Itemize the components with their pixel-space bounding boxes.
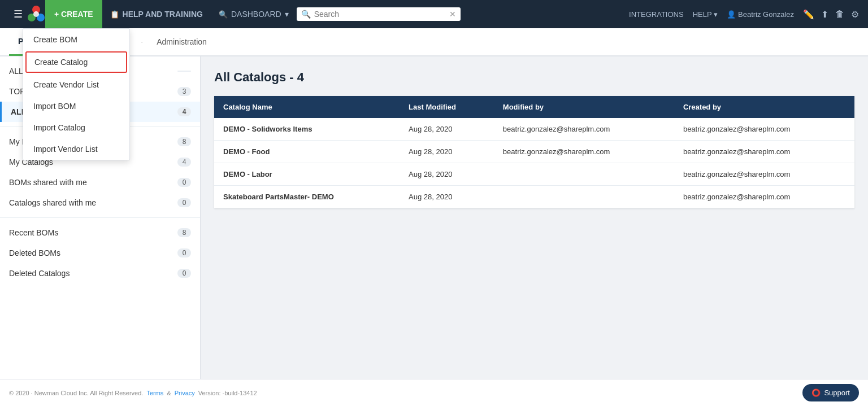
cell-last-modified: Aug 28, 2020	[400, 141, 494, 163]
support-button[interactable]: ⭕ Support	[802, 384, 859, 401]
sidebar-item-recent-boms[interactable]: Recent BOMs 8	[0, 222, 200, 243]
top-icons: ✏️ ⬆ 🗑 ⚙	[803, 9, 859, 20]
create-bom-item[interactable]: Create BOM	[23, 29, 129, 50]
col-catalog-name: Catalog Name	[214, 96, 400, 118]
user-icon: 👤	[727, 10, 736, 19]
sidebar-item-my-catalogs-count: 4	[177, 158, 191, 167]
cell-last-modified: Aug 28, 2020	[400, 118, 494, 141]
sub-nav: Parts a... · on · ng · Administration	[0, 28, 868, 56]
subnav-sep-3: ·	[138, 37, 145, 46]
col-last-modified: Last Modified	[400, 96, 494, 118]
footer: © 2020 · Newman Cloud Inc. All Right Res…	[0, 379, 868, 406]
sidebar-item-deleted-boms[interactable]: Deleted BOMs 0	[0, 243, 200, 263]
footer-version: Version: -build-13412	[198, 390, 257, 396]
help-training-label: HELP AND TRAINING	[123, 10, 203, 19]
table-body: DEMO - Solidworks Items Aug 28, 2020 bea…	[214, 118, 854, 208]
main-layout: ALL TOP 3 ALL CATALOGS 4 My BOMs 8 My Ca…	[0, 56, 868, 406]
share-icon-btn[interactable]: ⬆	[821, 9, 828, 20]
page-title: All Catalogs - 4	[214, 70, 854, 85]
sidebar-item-recent-boms-count: 8	[177, 228, 191, 237]
integrations-link[interactable]: INTEGRATIONS	[629, 10, 684, 19]
cell-created-by: beatriz.gonzalez@shareplm.com	[674, 118, 854, 141]
sidebar-item-boms-shared-label: BOMs shared with me	[9, 178, 177, 187]
sidebar-item-deleted-catalogs[interactable]: Deleted Catalogs 0	[0, 263, 200, 283]
sidebar-item-top-count: 3	[177, 87, 191, 96]
create-label: + CREATE	[54, 10, 93, 19]
sidebar-item-all-count	[177, 71, 191, 72]
top-bar-left: ☰ + CREATE 📋 HELP AND TRAINING 🔍 DASHBOA…	[9, 0, 461, 28]
cell-created-by: beatriz.gonzalez@shareplm.com	[674, 186, 854, 208]
import-catalog-item[interactable]: Import Catalog	[23, 117, 129, 138]
cell-catalog-name: Skateboard PartsMaster- DEMO	[214, 186, 400, 208]
user-info: 👤 Beatriz Gonzalez	[727, 10, 794, 19]
import-vendor-list-item[interactable]: Import Vendor List	[23, 138, 129, 160]
cell-created-by: beatriz.gonzalez@shareplm.com	[674, 163, 854, 186]
cell-modified-by	[494, 186, 674, 208]
search-container: 🔍 ✕	[297, 7, 461, 21]
catalog-table: Catalog Name Last Modified Modified by C…	[214, 96, 854, 208]
footer-copyright: © 2020 · Newman Cloud Inc. All Right Res…	[9, 390, 143, 396]
table-header: Catalog Name Last Modified Modified by C…	[214, 96, 854, 118]
table-row[interactable]: DEMO - Food Aug 28, 2020 beatriz.gonzale…	[214, 141, 854, 163]
top-bar-right: INTEGRATIONS HELP ▾ 👤 Beatriz Gonzalez ✏…	[629, 9, 859, 20]
cell-modified-by: beatriz.gonzalez@shareplm.com	[494, 141, 674, 163]
delete-icon-btn[interactable]: 🗑	[835, 9, 844, 19]
create-vendor-list-item[interactable]: Create Vendor List	[23, 74, 129, 95]
sidebar-item-recent-boms-label: Recent BOMs	[9, 228, 177, 237]
cell-catalog-name: DEMO - Labor	[214, 163, 400, 186]
cell-modified-by	[494, 163, 674, 186]
sidebar-item-my-boms-count: 8	[177, 137, 191, 146]
search-input[interactable]	[314, 10, 446, 19]
help-training-button[interactable]: 📋 HELP AND TRAINING	[102, 0, 211, 28]
top-bar: ☰ + CREATE 📋 HELP AND TRAINING 🔍 DASHBOA…	[0, 0, 868, 28]
sidebar-item-all-catalogs-count: 4	[177, 107, 191, 116]
sidebar-item-deleted-boms-label: Deleted BOMs	[9, 248, 177, 257]
cell-catalog-name: DEMO - Solidworks Items	[214, 118, 400, 141]
footer-ampersand: &	[167, 390, 171, 396]
table-row[interactable]: DEMO - Labor Aug 28, 2020 beatriz.gonzal…	[214, 163, 854, 186]
support-label: Support	[824, 388, 850, 397]
subnav-administration[interactable]: Administration	[147, 28, 216, 56]
sidebar-item-deleted-catalogs-count: 0	[177, 269, 191, 278]
sidebar-item-deleted-boms-count: 0	[177, 248, 191, 257]
sidebar-item-catalogs-shared-count: 0	[177, 198, 191, 207]
hamburger-button[interactable]: ☰	[9, 3, 27, 25]
search-clear-button[interactable]: ✕	[449, 10, 456, 19]
cell-modified-by: beatriz.gonzalez@shareplm.com	[494, 118, 674, 141]
col-created-by: Created by	[674, 96, 854, 118]
settings-icon-btn[interactable]: ⚙	[851, 9, 859, 20]
support-icon: ⭕	[811, 388, 821, 397]
footer-left: © 2020 · Newman Cloud Inc. All Right Res…	[9, 390, 257, 396]
dashboard-button[interactable]: 🔍 DASHBOARD ▾	[211, 0, 297, 28]
col-modified-by: Modified by	[494, 96, 674, 118]
app-logo	[27, 5, 45, 23]
create-catalog-item[interactable]: Create Catalog	[25, 51, 127, 73]
main-content: All Catalogs - 4 Catalog Name Last Modif…	[201, 56, 868, 406]
help-right-link[interactable]: HELP ▾	[693, 10, 718, 19]
user-name: Beatriz Gonzalez	[738, 10, 794, 19]
sidebar-item-catalogs-shared-label: Catalogs shared with me	[9, 198, 177, 207]
footer-terms-link[interactable]: Terms	[146, 390, 163, 396]
dashboard-chevron: ▾	[285, 10, 289, 19]
footer-privacy-link[interactable]: Privacy	[175, 390, 195, 396]
sidebar-item-boms-shared[interactable]: BOMs shared with me 0	[0, 172, 200, 193]
sidebar-item-boms-shared-count: 0	[177, 178, 191, 187]
create-button[interactable]: + CREATE	[45, 0, 102, 28]
sidebar-divider-2	[0, 217, 200, 218]
cell-catalog-name: DEMO - Food	[214, 141, 400, 163]
cell-last-modified: Aug 28, 2020	[400, 186, 494, 208]
cell-last-modified: Aug 28, 2020	[400, 163, 494, 186]
sidebar-item-deleted-catalogs-label: Deleted Catalogs	[9, 269, 177, 278]
dashboard-label: DASHBOARD	[231, 10, 281, 19]
svg-point-3	[33, 11, 39, 17]
search-icon: 🔍	[301, 10, 311, 19]
table-row[interactable]: Skateboard PartsMaster- DEMO Aug 28, 202…	[214, 186, 854, 208]
edit-icon-btn[interactable]: ✏️	[803, 9, 814, 20]
table-row[interactable]: DEMO - Solidworks Items Aug 28, 2020 bea…	[214, 118, 854, 141]
create-dropdown-menu: Create BOM Create Catalog Create Vendor …	[23, 28, 130, 160]
import-bom-item[interactable]: Import BOM	[23, 95, 129, 117]
cell-created-by: beatriz.gonzalez@shareplm.com	[674, 141, 854, 163]
sidebar-item-catalogs-shared[interactable]: Catalogs shared with me 0	[0, 193, 200, 213]
